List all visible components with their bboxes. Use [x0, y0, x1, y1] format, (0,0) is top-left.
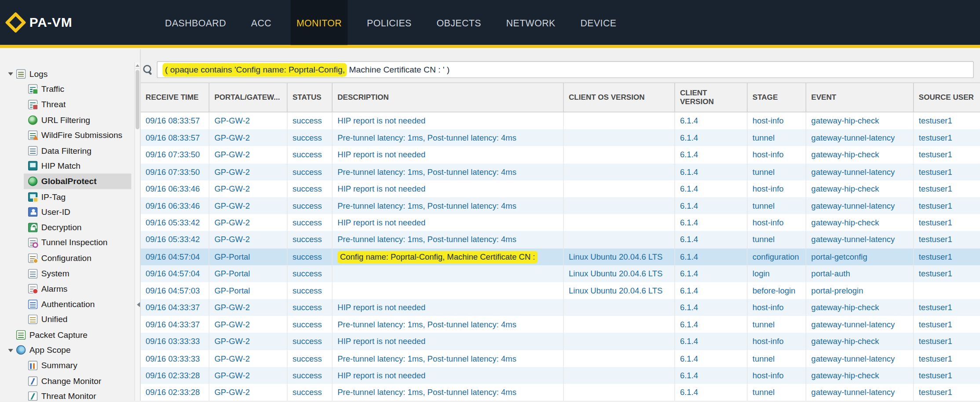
tab-network[interactable]: NETWORK — [501, 0, 561, 45]
sidebar-item-change-monitor[interactable]: Change Monitor — [0, 373, 140, 389]
column-header-client-version[interactable]: CLIENT VERSION — [675, 83, 748, 112]
cell-client-version: 6.1.4 — [675, 197, 748, 214]
tab-acc[interactable]: ACC — [245, 0, 277, 45]
sidebar-item-label: Alarms — [41, 284, 68, 293]
cell-client-version: 6.1.4 — [675, 299, 748, 316]
cell-source-user: testuser1 — [914, 197, 980, 214]
log-row-9[interactable]: 09/16 04:57:04GP-PortalsuccessLinux Ubun… — [141, 265, 980, 282]
log-row-8[interactable]: 09/16 04:57:04GP-PortalsuccessConfig nam… — [141, 248, 980, 265]
cell-status: success — [288, 299, 333, 316]
column-header-portal-gateway[interactable]: PORTAL/GATEW... — [209, 83, 288, 112]
column-header-status[interactable]: STATUS — [288, 83, 333, 112]
log-navigation-tree: LogsTrafficThreatURL FilteringWildFire S… — [0, 66, 140, 401]
cell-portal-gateway: GP-GW-2 — [209, 180, 288, 197]
scroll-up-arrow-icon[interactable] — [135, 62, 140, 69]
sidebar-item-traffic[interactable]: Traffic — [0, 82, 140, 97]
sidebar-item-app-scope[interactable]: App Scope — [0, 343, 140, 358]
expand-arrow-icon[interactable] — [6, 69, 16, 78]
column-header-stage[interactable]: STAGE — [747, 83, 806, 112]
cell-client-os-version — [564, 350, 675, 367]
log-row-7[interactable]: 09/16 05:33:42GP-GW-2successPre-tunnel l… — [141, 231, 980, 248]
log-query-input[interactable]: ( opaque contains 'Config name: Poprtal-… — [157, 61, 974, 78]
log-row-6[interactable]: 09/16 05:33:42GP-GW-2successHIP report i… — [141, 214, 980, 232]
cell-event: gateway-tunnel-latency — [806, 316, 914, 333]
column-header-event[interactable]: EVENT — [806, 83, 914, 112]
sidebar-item-system[interactable]: System — [0, 266, 140, 281]
log-row-2[interactable]: 09/16 07:33:50GP-GW-2successHIP report i… — [141, 146, 980, 163]
sidebar-item-user-id[interactable]: User-ID — [0, 204, 140, 220]
sidebar-item-threat[interactable]: Threat — [0, 97, 140, 112]
sidebar-item-logs[interactable]: Logs — [0, 66, 140, 82]
cell-description: Pre-tunnel latency: 1ms, Post-tunnel lat… — [333, 350, 564, 367]
log-row-1[interactable]: 09/16 08:33:57GP-GW-2successPre-tunnel l… — [141, 129, 980, 146]
sidebar-item-hip-match[interactable]: HIP Match — [0, 158, 140, 174]
cell-receive-time: 09/16 04:57:04 — [141, 248, 209, 265]
sidebar-item-alarms[interactable]: Alarms — [0, 281, 140, 297]
sidebar-item-packet-capture[interactable]: Packet Capture — [0, 327, 140, 343]
sidebar-item-unified[interactable]: Unified — [0, 312, 140, 327]
column-header-source-user[interactable]: SOURCE USER — [914, 83, 980, 112]
tab-dashboard[interactable]: DASHBOARD — [159, 0, 231, 45]
tab-monitor[interactable]: MONITOR — [291, 0, 347, 45]
sidebar-item-tunnel-inspection[interactable]: Tunnel Inspection — [0, 235, 140, 250]
sidebar-item-url-filtering[interactable]: URL Filtering — [0, 112, 140, 127]
sidebar-item-authentication[interactable]: Authentication — [0, 297, 140, 312]
tab-objects[interactable]: OBJECTS — [431, 0, 487, 45]
sidebar-item-ip-tag[interactable]: IP-Tag — [0, 189, 140, 204]
query-text: Machine Certificate CN : ' ) — [347, 65, 450, 74]
collapse-sidebar-button[interactable] — [136, 298, 142, 311]
sidebar-item-threat-monitor[interactable]: Threat Monitor — [0, 388, 140, 401]
sidebar-item-configuration[interactable]: Configuration — [0, 250, 140, 266]
cell-portal-gateway: GP-GW-2 — [209, 146, 288, 163]
log-row-10[interactable]: 09/16 04:57:03GP-PortalsuccessLinux Ubun… — [141, 282, 980, 299]
cell-event: portal-auth — [806, 265, 914, 282]
column-header-client-os-version[interactable]: CLIENT OS VERSION — [564, 83, 675, 112]
sidebar-scrollbar[interactable] — [134, 62, 140, 401]
packet-capture-icon — [16, 330, 26, 340]
sidebar-item-wildfire-submissions[interactable]: WildFire Submissions — [0, 127, 140, 143]
sidebar-item-decryption[interactable]: Decryption — [0, 220, 140, 235]
cell-client-os-version — [564, 129, 675, 146]
column-header-receive-time[interactable]: RECEIVE TIME — [141, 83, 209, 112]
search-icon — [143, 64, 153, 75]
cell-stage: tunnel — [747, 350, 806, 367]
log-row-13[interactable]: 09/16 03:33:33GP-GW-2successHIP report i… — [141, 333, 980, 350]
sidebar-item-label: Summary — [41, 361, 77, 370]
palo-alto-logo-icon — [7, 14, 24, 31]
cell-event: gateway-tunnel-latency — [806, 163, 914, 181]
column-header-description[interactable]: DESCRIPTION — [333, 83, 564, 112]
cell-receive-time: 09/16 06:33:46 — [141, 180, 209, 197]
cell-receive-time: 09/16 04:33:37 — [141, 299, 209, 316]
sidebar-item-globalprotect[interactable]: GlobalProtect — [0, 174, 140, 189]
cell-description: HIP report is not needed — [333, 112, 564, 130]
pan-os-screen: PA-VM DASHBOARDACCMONITORPOLICIESOBJECTS… — [0, 0, 980, 402]
log-row-15[interactable]: 09/16 02:33:28GP-GW-2successHIP report i… — [141, 367, 980, 384]
log-row-5[interactable]: 09/16 06:33:46GP-GW-2successPre-tunnel l… — [141, 197, 980, 214]
tab-policies[interactable]: POLICIES — [361, 0, 417, 45]
expand-arrow-icon[interactable] — [6, 346, 16, 355]
log-row-11[interactable]: 09/16 04:33:37GP-GW-2successHIP report i… — [141, 299, 980, 316]
log-row-3[interactable]: 09/16 07:33:50GP-GW-2successPre-tunnel l… — [141, 163, 980, 181]
sidebar-item-summary[interactable]: Summary — [0, 358, 140, 373]
sidebar-item-label: Change Monitor — [41, 376, 101, 385]
cell-source-user: testuser1 — [914, 333, 980, 350]
tree-arrow-slot — [6, 330, 16, 339]
cell-client-version: 6.1.4 — [675, 112, 748, 130]
decryption-icon — [28, 223, 37, 232]
cell-description — [333, 265, 564, 282]
log-row-0[interactable]: 09/16 08:33:57GP-GW-2successHIP report i… — [141, 112, 980, 130]
cell-receive-time: 09/16 04:33:37 — [141, 316, 209, 333]
sidebar-item-label: IP-Tag — [41, 192, 66, 201]
cell-source-user — [914, 282, 980, 299]
tab-device[interactable]: DEVICE — [575, 0, 622, 45]
scrollbar-thumb[interactable] — [135, 70, 139, 129]
cell-status: success — [288, 350, 333, 367]
log-row-14[interactable]: 09/16 03:33:33GP-GW-2successPre-tunnel l… — [141, 350, 980, 367]
cell-description: HIP report is not needed — [333, 333, 564, 350]
log-row-16[interactable]: 09/16 02:33:28GP-GW-2successPre-tunnel l… — [141, 384, 980, 401]
cell-description: HIP report is not needed — [333, 146, 564, 163]
sidebar-item-data-filtering[interactable]: Data Filtering — [0, 143, 140, 158]
sidebar-item-label: Authentication — [41, 300, 95, 309]
log-row-12[interactable]: 09/16 04:33:37GP-GW-2successPre-tunnel l… — [141, 316, 980, 333]
log-row-4[interactable]: 09/16 06:33:46GP-GW-2successHIP report i… — [141, 180, 980, 197]
